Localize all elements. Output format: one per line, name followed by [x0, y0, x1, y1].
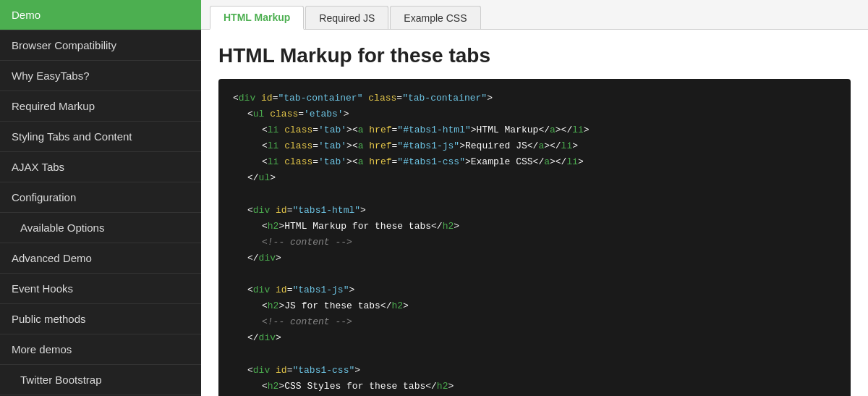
- sidebar-item-ajax[interactable]: AJAX Tabs: [0, 152, 201, 182]
- tabs-bar: HTML Markup Required JS Example CSS: [201, 0, 868, 30]
- main-content: HTML Markup Required JS Example CSS HTML…: [201, 0, 868, 396]
- sidebar-item-event-hooks[interactable]: Event Hooks: [0, 274, 201, 304]
- sidebar-item-required-markup[interactable]: Required Markup: [0, 91, 201, 122]
- content-area: HTML Markup for these tabs <div id="tab-…: [201, 30, 868, 396]
- sidebar-item-advanced[interactable]: Advanced Demo: [0, 243, 201, 274]
- sidebar-item-public-methods[interactable]: Public methods: [0, 304, 201, 334]
- sidebar-item-twitter-bootstrap[interactable]: Twitter Bootstrap: [0, 365, 201, 395]
- tab-html-markup[interactable]: HTML Markup: [210, 6, 304, 30]
- sidebar-item-more-demos[interactable]: More demos: [0, 334, 201, 365]
- sidebar: Demo Browser Compatibility Why EasyTabs?…: [0, 0, 201, 396]
- sidebar-item-styling[interactable]: Styling Tabs and Content: [0, 122, 201, 152]
- tab-required-js[interactable]: Required JS: [305, 6, 388, 29]
- page-title: HTML Markup for these tabs: [218, 44, 851, 67]
- sidebar-item-demo[interactable]: Demo: [0, 0, 201, 30]
- sidebar-item-browser-compat[interactable]: Browser Compatibility: [0, 30, 201, 61]
- code-block: <div id="tab-container" class="tab-conta…: [218, 79, 851, 396]
- sidebar-item-why[interactable]: Why EasyTabs?: [0, 61, 201, 91]
- sidebar-item-available-options[interactable]: Available Options: [0, 213, 201, 243]
- tab-example-css[interactable]: Example CSS: [390, 6, 480, 29]
- sidebar-item-config[interactable]: Configuration: [0, 182, 201, 213]
